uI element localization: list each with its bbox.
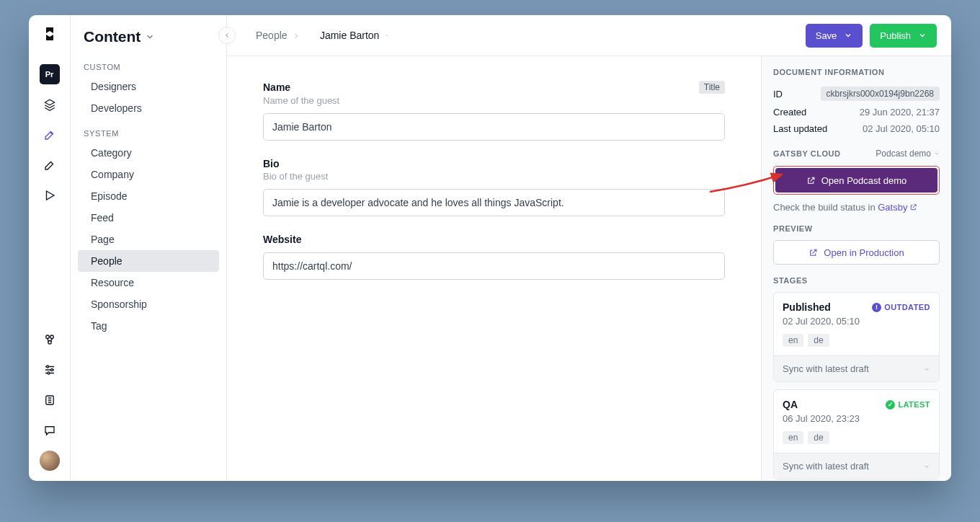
svg-point-0: [45, 335, 49, 339]
edit-icon[interactable]: [40, 125, 60, 145]
topbar: People › Jamie Barton · Save Publish: [227, 15, 951, 56]
gatsby-cloud: GATSBY CLOUD Podcast demo Open Podcast d…: [762, 149, 951, 224]
updated-label: Last updated: [773, 123, 827, 134]
lang-chip[interactable]: en: [783, 334, 803, 347]
external-link-icon: [909, 203, 917, 211]
section-label-system: SYSTEM: [71, 125, 226, 142]
breadcrumb-trailing: ·: [385, 29, 388, 42]
section-label-custom: CUSTOM: [71, 58, 226, 76]
chevron-down-icon: [923, 463, 930, 470]
publish-button[interactable]: Publish: [870, 24, 937, 48]
stage-title: Published: [783, 301, 831, 313]
sidebar-item-sponsorship[interactable]: Sponsorship: [78, 293, 219, 315]
open-in-production-button[interactable]: Open in Production: [773, 240, 940, 265]
brand-logo: [41, 25, 58, 43]
section-label: STAGES: [773, 276, 940, 285]
breadcrumb-current: Jamie Barton: [320, 30, 379, 41]
sidebar-item-people[interactable]: People: [78, 250, 219, 272]
external-link-icon: [806, 176, 816, 185]
play-icon[interactable]: [40, 185, 60, 205]
external-link-icon: [808, 248, 818, 257]
main-area: People › Jamie Barton · Save Publish Nam…: [227, 15, 951, 481]
chevron-down-icon: [934, 151, 940, 156]
id-value[interactable]: ckbrsjkrs000x0194j9bn2268: [821, 87, 940, 101]
section-label: DOCUMENT INFORMATION: [773, 68, 940, 76]
field-label: Name: [263, 81, 290, 93]
settings-sliders-icon[interactable]: [40, 360, 60, 380]
sidebar-item-category[interactable]: Category: [78, 142, 219, 164]
sidebar-item-episode[interactable]: Episode: [78, 185, 219, 207]
collapse-sidebar-button[interactable]: [218, 27, 236, 44]
created-value: 29 Jun 2020, 21:37: [860, 107, 940, 118]
svg-point-1: [50, 335, 53, 339]
right-panel: DOCUMENT INFORMATION IDckbrsjkrs000x0194…: [761, 56, 951, 481]
lang-chip[interactable]: de: [808, 334, 829, 347]
bio-input[interactable]: [263, 189, 725, 216]
lang-chip[interactable]: en: [783, 431, 803, 444]
status-badge: !OUTDATED: [872, 303, 930, 312]
title-badge: Title: [699, 81, 725, 94]
chat-icon[interactable]: [40, 420, 60, 441]
stage-date: 02 Jul 2020, 05:10: [783, 316, 930, 327]
compose-icon[interactable]: [40, 155, 60, 175]
status-badge: ✓LATEST: [886, 400, 930, 410]
svg-point-3: [46, 366, 48, 368]
lang-chip[interactable]: de: [808, 431, 829, 444]
website-input[interactable]: [263, 252, 725, 280]
updated-value: 02 Jul 2020, 05:10: [863, 123, 940, 134]
chevron-down-icon: [844, 31, 852, 40]
sidebar-item-resource[interactable]: Resource: [78, 272, 219, 293]
user-avatar[interactable]: [40, 451, 60, 471]
sidebar-item-feed[interactable]: Feed: [78, 207, 219, 229]
save-button[interactable]: Save: [806, 24, 863, 48]
field-name: Name Title Name of the guest: [263, 81, 725, 141]
stages-section: STAGES Published !OUTDATED 02 Jul 2020, …: [762, 276, 951, 481]
document-information: DOCUMENT INFORMATION IDckbrsjkrs000x0194…: [762, 56, 951, 149]
server-icon[interactable]: [40, 390, 60, 410]
chevron-down-icon: [145, 32, 155, 42]
sidebar-title[interactable]: Content: [71, 28, 226, 58]
field-hint: Name of the guest: [263, 95, 725, 106]
form-area: Name Title Name of the guest Bio Bio of …: [227, 56, 761, 481]
breadcrumb-sep: ›: [295, 29, 298, 42]
section-label: GATSBY CLOUD: [773, 149, 841, 158]
svg-point-5: [48, 372, 50, 374]
created-label: Created: [773, 107, 806, 118]
field-bio: Bio Bio of the guest: [263, 158, 725, 216]
gatsby-hint: Check the build status in Gatsby: [773, 202, 940, 213]
breadcrumb-root[interactable]: People: [256, 30, 288, 41]
gatsby-target-select[interactable]: Podcast demo: [876, 149, 940, 159]
id-label: ID: [773, 89, 783, 99]
name-input[interactable]: [263, 113, 725, 141]
icon-rail: Pr: [29, 15, 71, 481]
chevron-down-icon: [918, 31, 927, 40]
sidebar-item-company[interactable]: Company: [78, 164, 219, 185]
gatsby-link[interactable]: Gatsby: [878, 202, 917, 213]
section-label: PREVIEW: [773, 224, 940, 233]
stage-title: QA: [783, 399, 798, 410]
sidebar-item-designers[interactable]: Designers: [78, 76, 219, 97]
sidebar-item-page[interactable]: Page: [78, 229, 219, 250]
open-podcast-demo-button[interactable]: Open Podcast demo: [775, 168, 937, 193]
field-label: Website: [263, 234, 301, 245]
field-hint: Bio of the guest: [263, 171, 725, 182]
layers-icon[interactable]: [40, 94, 60, 115]
sync-with-draft-button[interactable]: Sync with latest draft: [774, 453, 939, 479]
field-website: Website: [263, 234, 725, 280]
stage-card-qa: QA ✓LATEST 06 Jul 2020, 23:23 en de Sync…: [773, 389, 940, 479]
sidebar-item-tag[interactable]: Tag: [78, 315, 219, 337]
sync-with-draft-button[interactable]: Sync with latest draft: [774, 355, 939, 381]
demo-button-highlight: Open Podcast demo: [773, 166, 940, 195]
sidebar-item-developers[interactable]: Developers: [78, 97, 219, 119]
preview-section: PREVIEW Open in Production: [762, 224, 951, 276]
sidebar: Content CUSTOM Designers Developers SYST…: [71, 15, 227, 481]
stage-date: 06 Jul 2020, 23:23: [783, 413, 930, 424]
chevron-down-icon: [923, 366, 930, 373]
stage-card-published: Published !OUTDATED 02 Jul 2020, 05:10 e…: [773, 292, 940, 382]
svg-point-4: [50, 369, 53, 371]
field-label: Bio: [263, 158, 280, 169]
webhooks-icon[interactable]: [40, 329, 60, 350]
project-badge[interactable]: Pr: [40, 64, 60, 84]
app-window: Pr Content CUSTOM Designers Developers S…: [29, 15, 951, 481]
